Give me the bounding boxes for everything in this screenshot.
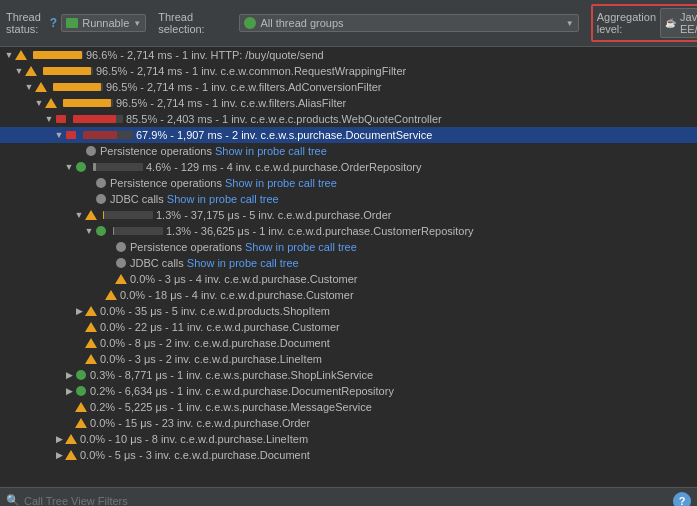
tree-row[interactable]: ▼ 0.0% - 15 μs - 23 inv. c.e.w.d.purchas… bbox=[0, 415, 697, 431]
tree-row[interactable]: ▼ JDBC calls Show in probe call tree bbox=[0, 255, 697, 271]
row-text: 67.9% - 1,907 ms - 2 inv. c.e.w.s.purcha… bbox=[136, 129, 695, 141]
bar-container bbox=[83, 131, 133, 139]
expand-btn[interactable]: ▼ bbox=[84, 226, 94, 236]
tree-row[interactable]: ▼ 0.0% - 3 μs - 2 inv. c.e.w.d.purchase.… bbox=[0, 351, 697, 367]
thread-selection-section: Thread selection: All thread groups ▼ bbox=[158, 11, 578, 35]
thread-status-section: Thread status: ? Runnable ▼ bbox=[6, 11, 146, 35]
call-tree-container[interactable]: ▼ 96.6% - 2,714 ms - 1 inv. HTTP: /buy/q… bbox=[0, 47, 697, 487]
search-wrapper[interactable] bbox=[24, 495, 669, 507]
tree-row[interactable]: ▶ 0.0% - 10 μs - 8 inv. c.e.w.d.purchase… bbox=[0, 431, 697, 447]
probe-call-tree-link[interactable]: Show in probe call tree bbox=[215, 145, 327, 157]
row-text: 96.6% - 2,714 ms - 1 inv. HTTP: /buy/quo… bbox=[86, 49, 695, 61]
green-circle-icon bbox=[74, 160, 88, 174]
row-text: 0.0% - 3 μs - 4 inv. c.e.w.d.purchase.Cu… bbox=[130, 273, 695, 285]
bar-container bbox=[53, 83, 103, 91]
row-text: 0.0% - 15 μs - 23 inv. c.e.w.d.purchase.… bbox=[90, 417, 695, 429]
tree-row[interactable]: ▼ 1.3% - 36,625 μs - 1 inv. c.e.w.d.purc… bbox=[0, 223, 697, 239]
expand-btn[interactable]: ▼ bbox=[34, 98, 44, 108]
bar-container bbox=[93, 163, 143, 171]
tree-row[interactable]: ▼ 96.6% - 2,714 ms - 1 inv. HTTP: /buy/q… bbox=[0, 47, 697, 63]
tree-row[interactable]: ▶ 0.3% - 8,771 μs - 1 inv. c.e.w.s.purch… bbox=[0, 367, 697, 383]
row-text: 0.3% - 8,771 μs - 1 inv. c.e.w.s.purchas… bbox=[90, 369, 695, 381]
orange-triangle-icon bbox=[104, 288, 118, 302]
orange-triangle-icon bbox=[84, 352, 98, 366]
bar-fill bbox=[63, 99, 111, 107]
aggregation-section: Aggregation level: ☕ Java EE/Spring ▼ bbox=[591, 4, 697, 42]
expand-btn[interactable]: ▼ bbox=[44, 114, 54, 124]
row-text: JDBC calls Show in probe call tree bbox=[130, 257, 695, 269]
probe-call-tree-link[interactable]: Show in probe call tree bbox=[245, 241, 357, 253]
tree-row[interactable]: ▼ JDBC calls Show in probe call tree bbox=[0, 191, 697, 207]
expand-btn[interactable]: ▶ bbox=[54, 434, 64, 444]
aggregation-label: Aggregation level: bbox=[597, 11, 656, 35]
bar-container bbox=[43, 67, 93, 75]
expand-btn[interactable]: ▶ bbox=[54, 450, 64, 460]
thread-status-label: Thread status: bbox=[6, 11, 46, 35]
probe-call-tree-link[interactable]: Show in probe call tree bbox=[225, 177, 337, 189]
aggregation-dropdown[interactable]: ☕ Java EE/Spring ▼ bbox=[660, 8, 697, 38]
aggregation-icon: ☕ bbox=[665, 18, 676, 28]
bar-fill bbox=[33, 51, 82, 59]
expand-btn[interactable]: ▶ bbox=[64, 386, 74, 396]
bar-container bbox=[63, 99, 113, 107]
row-text: 0.0% - 35 μs - 5 inv. c.e.w.d.products.S… bbox=[100, 305, 695, 317]
green-circle-icon bbox=[74, 384, 88, 398]
main-window: Thread status: ? Runnable ▼ Thread selec… bbox=[0, 0, 697, 506]
red-rect-icon bbox=[64, 128, 78, 142]
expand-btn[interactable]: ▶ bbox=[74, 306, 84, 316]
help-button[interactable]: ? bbox=[673, 492, 691, 507]
tree-row[interactable]: ▼ 1.3% - 37,175 μs - 5 inv. c.e.w.d.purc… bbox=[0, 207, 697, 223]
row-text: 0.2% - 6,634 μs - 1 inv. c.e.w.d.purchas… bbox=[90, 385, 695, 397]
tree-row[interactable]: ▼ Persistence operations Show in probe c… bbox=[0, 143, 697, 159]
tree-row[interactable]: ▼ 0.0% - 3 μs - 4 inv. c.e.w.d.purchase.… bbox=[0, 271, 697, 287]
bar-fill bbox=[103, 211, 104, 219]
expand-btn[interactable]: ▼ bbox=[14, 66, 24, 76]
row-text: 1.3% - 36,625 μs - 1 inv. c.e.w.d.purcha… bbox=[166, 225, 695, 237]
orange-triangle-icon bbox=[74, 400, 88, 414]
aggregation-value: Java EE/Spring bbox=[680, 11, 697, 35]
tree-row-selected[interactable]: ▼ 67.9% - 1,907 ms - 2 inv. c.e.w.s.purc… bbox=[0, 127, 697, 143]
tree-row[interactable]: ▼ 85.5% - 2,403 ms - 1 inv. c.e.w.e.c.pr… bbox=[0, 111, 697, 127]
all-thread-groups-label: All thread groups bbox=[260, 17, 343, 29]
tree-row[interactable]: ▼ 96.5% - 2,714 ms - 1 inv. c.e.w.filter… bbox=[0, 79, 697, 95]
orange-triangle-icon bbox=[64, 432, 78, 446]
gray-circle-icon bbox=[114, 240, 128, 254]
tree-row[interactable]: ▼ Persistence operations Show in probe c… bbox=[0, 239, 697, 255]
tree-row[interactable]: ▼ 0.2% - 5,225 μs - 1 inv. c.e.w.s.purch… bbox=[0, 399, 697, 415]
probe-call-tree-link[interactable]: Show in probe call tree bbox=[167, 193, 279, 205]
expand-btn[interactable]: ▼ bbox=[74, 210, 84, 220]
tree-row[interactable]: ▶ 0.2% - 6,634 μs - 1 inv. c.e.w.d.purch… bbox=[0, 383, 697, 399]
tree-row[interactable]: ▼ 0.0% - 8 μs - 2 inv. c.e.w.d.purchase.… bbox=[0, 335, 697, 351]
tree-row[interactable]: ▼ 4.6% - 129 ms - 4 inv. c.e.w.d.purchas… bbox=[0, 159, 697, 175]
row-text: 0.0% - 5 μs - 3 inv. c.e.w.d.purchase.Do… bbox=[80, 449, 695, 461]
tree-row[interactable]: ▼ 0.0% - 22 μs - 11 inv. c.e.w.d.purchas… bbox=[0, 319, 697, 335]
bar-container bbox=[33, 51, 83, 59]
orange-triangle-icon bbox=[34, 80, 48, 94]
tree-row[interactable]: ▼ 0.0% - 18 μs - 4 inv. c.e.w.d.purchase… bbox=[0, 287, 697, 303]
thread-selection-dropdown[interactable]: All thread groups ▼ bbox=[239, 14, 578, 32]
tree-row[interactable]: ▶ 0.0% - 5 μs - 3 inv. c.e.w.d.purchase.… bbox=[0, 447, 697, 463]
tree-row[interactable]: ▼ 96.5% - 2,714 ms - 1 inv. c.e.w.common… bbox=[0, 63, 697, 79]
chevron-down-icon2: ▼ bbox=[566, 19, 574, 28]
expand-btn[interactable]: ▼ bbox=[4, 50, 14, 60]
bar-fill bbox=[73, 115, 116, 123]
row-text: 0.0% - 3 μs - 2 inv. c.e.w.d.purchase.Li… bbox=[100, 353, 695, 365]
probe-call-tree-link[interactable]: Show in probe call tree bbox=[187, 257, 299, 269]
row-text: 4.6% - 129 ms - 4 inv. c.e.w.d.purchase.… bbox=[146, 161, 695, 173]
thread-status-help[interactable]: ? bbox=[50, 16, 57, 30]
search-input[interactable] bbox=[24, 495, 669, 507]
tree-row[interactable]: ▼ Persistence operations Show in probe c… bbox=[0, 175, 697, 191]
red-rect-icon bbox=[54, 112, 68, 126]
expand-btn[interactable]: ▼ bbox=[64, 162, 74, 172]
expand-btn[interactable]: ▼ bbox=[54, 130, 64, 140]
tree-row[interactable]: ▼ 96.5% - 2,714 ms - 1 inv. c.e.w.filter… bbox=[0, 95, 697, 111]
orange-triangle-icon bbox=[64, 448, 78, 462]
thread-status-dropdown[interactable]: Runnable ▼ bbox=[61, 14, 146, 32]
tree-row[interactable]: ▶ 0.0% - 35 μs - 5 inv. c.e.w.d.products… bbox=[0, 303, 697, 319]
runnable-label: Runnable bbox=[82, 17, 129, 29]
bottom-bar: 🔍 ? bbox=[0, 487, 697, 506]
bar-fill bbox=[53, 83, 101, 91]
expand-btn[interactable]: ▶ bbox=[64, 370, 74, 380]
expand-btn[interactable]: ▼ bbox=[24, 82, 34, 92]
orange-triangle-icon bbox=[24, 64, 38, 78]
